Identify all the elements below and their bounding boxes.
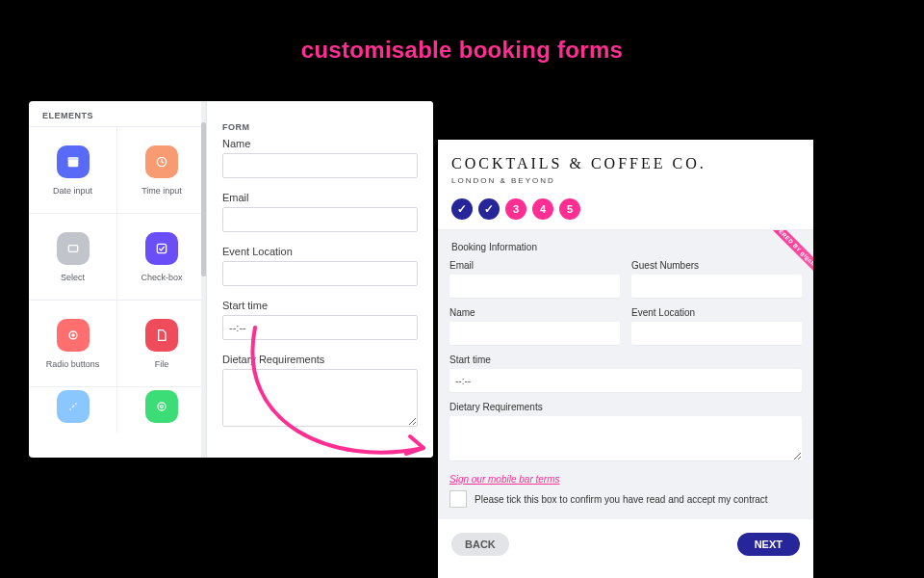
element-tile-label: Date input — [53, 186, 92, 196]
checkbox-icon — [145, 232, 178, 265]
label-start-time: Start time — [449, 355, 802, 365]
customer-booking-form: COCKTAILS & COFFEE CO. LONDON & BEYOND 3… — [438, 140, 813, 578]
elements-header: ELEMENTS — [29, 101, 206, 126]
start-time-input[interactable] — [222, 315, 418, 340]
svg-point-6 — [71, 333, 74, 336]
accept-row: Please tick this box to confirm you have… — [449, 490, 802, 508]
select-icon — [57, 232, 90, 265]
field-label-dietary: Dietary Requirements — [222, 354, 418, 365]
svg-point-7 — [158, 402, 166, 409]
file-icon — [145, 319, 178, 352]
element-tile-label: Select — [61, 273, 85, 282]
field-label-email: Email — [222, 192, 418, 203]
form-editor-panel: ELEMENTS Date input Time input Select — [29, 101, 433, 458]
event-location-field[interactable] — [631, 322, 802, 345]
element-tile-radio[interactable]: Radio buttons — [29, 300, 117, 386]
start-time-field[interactable] — [449, 369, 802, 392]
element-tile-date-input[interactable]: Date input — [29, 126, 117, 213]
calendar-icon — [57, 145, 90, 178]
form-preview: FORM Name Email Event Location Start tim… — [207, 101, 433, 458]
step-5[interactable]: 5 — [559, 198, 580, 220]
element-tile-label: Check-box — [141, 273, 182, 282]
section-title: Booking Information — [451, 242, 802, 252]
name-input[interactable] — [222, 153, 418, 178]
hero-title: customisable booking forms — [301, 37, 624, 64]
email-field[interactable] — [449, 275, 620, 298]
svg-rect-3 — [68, 245, 77, 251]
svg-rect-4 — [157, 244, 166, 252]
dietary-textarea[interactable] — [222, 369, 418, 427]
element-tile-label: File — [155, 359, 169, 369]
form-footer: BACK NEXT — [438, 519, 813, 569]
dietary-field[interactable] — [449, 416, 802, 460]
terms-link[interactable]: Sign our mobile bar terms — [449, 474, 560, 485]
name-field[interactable] — [449, 322, 620, 345]
link-icon — [57, 390, 90, 423]
elements-sidebar: ELEMENTS Date input Time input Select — [29, 101, 207, 458]
element-tile-checkbox[interactable]: Check-box — [117, 213, 206, 300]
label-email: Email — [449, 260, 620, 271]
element-tile-time-input[interactable]: Time input — [117, 126, 206, 213]
event-location-input[interactable] — [222, 261, 418, 286]
brand-subtitle: LONDON & BEYOND — [451, 176, 800, 185]
clock-icon — [145, 145, 178, 178]
label-location: Event Location — [631, 307, 802, 318]
field-label-name: Name — [222, 138, 418, 149]
back-button[interactable]: BACK — [451, 533, 509, 556]
element-tile-label: Time input — [141, 186, 182, 196]
step-4[interactable]: 4 — [532, 198, 553, 220]
brand-header: COCKTAILS & COFFEE CO. LONDON & BEYOND — [438, 140, 813, 191]
label-name: Name — [449, 307, 620, 318]
form-header: FORM — [222, 113, 418, 138]
element-tile-label: Radio buttons — [46, 359, 100, 369]
accept-checkbox[interactable] — [449, 490, 467, 508]
element-tile-partial-2[interactable] — [117, 386, 206, 433]
svg-rect-1 — [67, 157, 78, 160]
email-input[interactable] — [222, 207, 418, 232]
elements-scrollbar[interactable] — [201, 101, 206, 458]
element-tile-select[interactable]: Select — [29, 213, 117, 300]
brand-title: COCKTAILS & COFFEE CO. — [451, 155, 800, 172]
label-dietary: Dietary Requirements — [449, 402, 802, 412]
booking-information-section: POWERED BY gigsheet Booking Information … — [438, 230, 813, 519]
progress-stepper: 3 4 5 — [438, 191, 813, 230]
field-label-start-time: Start time — [222, 300, 418, 311]
step-3[interactable]: 3 — [505, 198, 526, 220]
element-tile-partial-1[interactable] — [29, 386, 117, 433]
powered-by-ribbon: POWERED BY gigsheet — [763, 230, 813, 280]
step-2-done[interactable] — [478, 198, 500, 220]
next-button[interactable]: NEXT — [737, 533, 800, 556]
at-icon — [145, 390, 178, 423]
accept-text: Please tick this box to confirm you have… — [475, 494, 768, 505]
radio-icon — [57, 319, 90, 352]
field-label-location: Event Location — [222, 246, 418, 257]
scrollbar-thumb[interactable] — [201, 122, 206, 276]
svg-point-8 — [161, 405, 164, 407]
element-tile-file[interactable]: File — [117, 300, 206, 386]
step-1-done[interactable] — [451, 198, 473, 220]
